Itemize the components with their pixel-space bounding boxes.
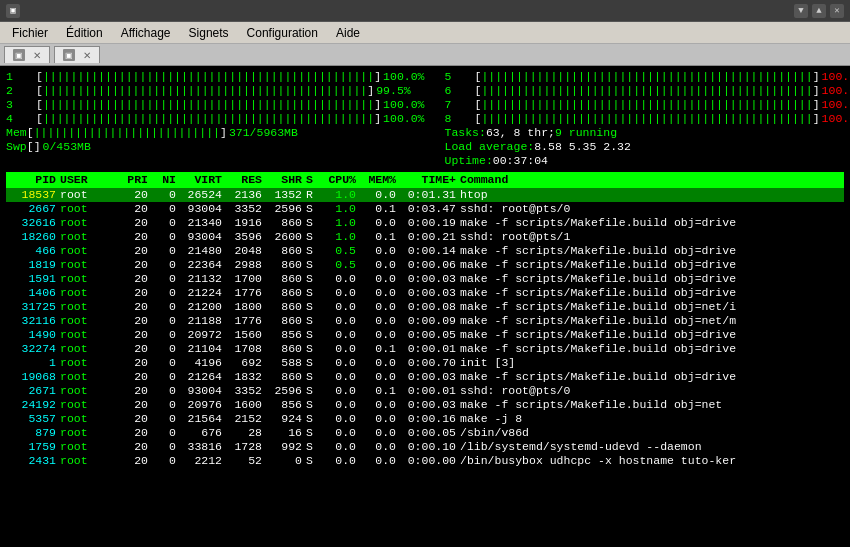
htop-right-col: 5 [|||||||||||||||||||||||||||||||||||||… bbox=[445, 70, 851, 168]
cpu1-row: 1 [|||||||||||||||||||||||||||||||||||||… bbox=[6, 70, 425, 84]
cpu8-row: 8 [|||||||||||||||||||||||||||||||||||||… bbox=[445, 112, 851, 126]
tab-close-2[interactable]: ✕ bbox=[83, 50, 91, 61]
mem-row: Mem[||||||||||||||||||||||||||| ] 371/59… bbox=[6, 126, 425, 140]
table-row[interactable]: 2671root2009300433522596S0.00.10:00.01ss… bbox=[6, 384, 844, 398]
cpu5-row: 5 [|||||||||||||||||||||||||||||||||||||… bbox=[445, 70, 851, 84]
table-row[interactable]: 19068root200212641832860S0.00.00:00.03ma… bbox=[6, 370, 844, 384]
table-row[interactable]: 2667root2009300433522596S1.00.10:03.47ss… bbox=[6, 202, 844, 216]
cpu3-row: 3 [|||||||||||||||||||||||||||||||||||||… bbox=[6, 98, 425, 112]
uptime-row: Uptime: 00:37:04 bbox=[445, 154, 851, 168]
table-row[interactable]: 1759root200338161728992S0.00.00:00.10/li… bbox=[6, 440, 844, 454]
tab-icon-2: ▣ bbox=[63, 49, 75, 61]
close-button[interactable]: ✕ bbox=[830, 4, 844, 18]
table-row[interactable]: 32274root200211041708860S0.00.10:00.01ma… bbox=[6, 342, 844, 356]
table-row[interactable]: 32616root200213401916860S1.00.00:00.19ma… bbox=[6, 216, 844, 230]
table-row[interactable]: 31725root200212001800860S0.00.00:00.08ma… bbox=[6, 300, 844, 314]
menu-edition[interactable]: Édition bbox=[58, 24, 111, 42]
table-row[interactable]: 1819root200223642988860S0.50.00:00.06mak… bbox=[6, 258, 844, 272]
proc-table-header: PID USER PRI NI VIRT RES SHR S CPU% MEM%… bbox=[6, 172, 844, 188]
load-row: Load average: 8.58 5.35 2.32 bbox=[445, 140, 851, 154]
menubar: Fichier Édition Affichage Signets Config… bbox=[0, 22, 850, 44]
maximize-button[interactable]: ▲ bbox=[812, 4, 826, 18]
process-list: 18537root2002652421361352R1.00.00:01.31h… bbox=[6, 188, 844, 468]
cpu4-row: 4 [|||||||||||||||||||||||||||||||||||||… bbox=[6, 112, 425, 126]
menu-affichage[interactable]: Affichage bbox=[113, 24, 179, 42]
table-row[interactable]: 32116root200211881776860S0.00.00:00.09ma… bbox=[6, 314, 844, 328]
tab-close-1[interactable]: ✕ bbox=[33, 50, 41, 61]
tab-icon-1: ▣ bbox=[13, 49, 25, 61]
table-row[interactable]: 1root2004196692588S0.00.00:00.70init [3] bbox=[6, 356, 844, 370]
table-row[interactable]: 18260root2009300435962600S1.00.10:00.21s… bbox=[6, 230, 844, 244]
table-row[interactable]: 466root200214802048860S0.50.00:00.14make… bbox=[6, 244, 844, 258]
minimize-button[interactable]: ▼ bbox=[794, 4, 808, 18]
htop-left-col: 1 [|||||||||||||||||||||||||||||||||||||… bbox=[6, 70, 425, 168]
titlebar: ▣ ▼ ▲ ✕ bbox=[0, 0, 850, 22]
menu-fichier[interactable]: Fichier bbox=[4, 24, 56, 42]
table-row[interactable]: 5357root200215642152924S0.00.00:00.16mak… bbox=[6, 412, 844, 426]
table-row[interactable]: 24192root200209761600856S0.00.00:00.03ma… bbox=[6, 398, 844, 412]
titlebar-controls: ▼ ▲ ✕ bbox=[794, 4, 844, 18]
menu-configuration[interactable]: Configuration bbox=[239, 24, 326, 42]
cpu2-row: 2 [|||||||||||||||||||||||||||||||||||||… bbox=[6, 84, 425, 98]
menu-aide[interactable]: Aide bbox=[328, 24, 368, 42]
table-row[interactable]: 18537root2002652421361352R1.00.00:01.31h… bbox=[6, 188, 844, 202]
table-row[interactable]: 2431root2002212520S0.00.00:00.00/bin/bus… bbox=[6, 454, 844, 468]
cpu7-row: 7 [|||||||||||||||||||||||||||||||||||||… bbox=[445, 98, 851, 112]
swp-row: Swp[ ] 0/453MB bbox=[6, 140, 425, 154]
table-row[interactable]: 1406root200212241776860S0.00.00:00.03mak… bbox=[6, 286, 844, 300]
cpu6-row: 6 [|||||||||||||||||||||||||||||||||||||… bbox=[445, 84, 851, 98]
table-row[interactable]: 1591root200211321700860S0.00.00:00.03mak… bbox=[6, 272, 844, 286]
table-row[interactable]: 1490root200209721560856S0.00.00:00.05mak… bbox=[6, 328, 844, 342]
tab-2[interactable]: ▣ ✕ bbox=[54, 46, 100, 63]
htop-stats: 1 [|||||||||||||||||||||||||||||||||||||… bbox=[6, 70, 844, 168]
tabbar: ▣ ✕ ▣ ✕ bbox=[0, 44, 850, 66]
titlebar-left: ▣ bbox=[6, 4, 26, 18]
menu-signets[interactable]: Signets bbox=[181, 24, 237, 42]
tasks-row: Tasks: 63, 8 thr; 9 running bbox=[445, 126, 851, 140]
tab-1[interactable]: ▣ ✕ bbox=[4, 46, 50, 63]
table-row[interactable]: 879root2006762816S0.00.00:00.05/sbin/v86… bbox=[6, 426, 844, 440]
terminal[interactable]: 1 [|||||||||||||||||||||||||||||||||||||… bbox=[0, 66, 850, 547]
terminal-icon: ▣ bbox=[6, 4, 20, 18]
